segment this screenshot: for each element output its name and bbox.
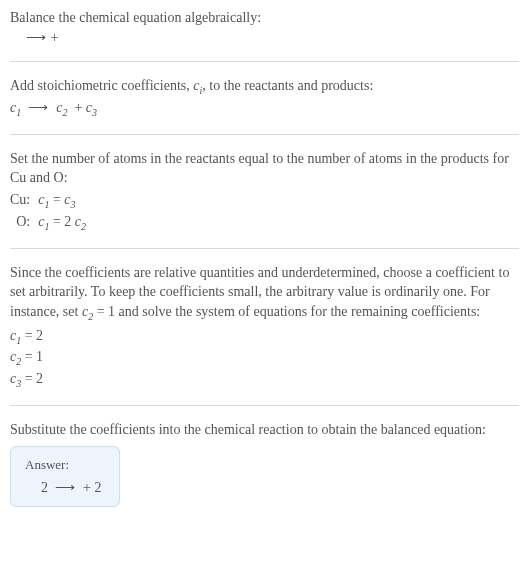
atom-row-cu: Cu: c1 = c3 (10, 190, 86, 212)
divider (10, 61, 519, 62)
section-set-atoms: Set the number of atoms in the reactants… (10, 149, 519, 234)
section-add-coefficients: Add stoichiometric coefficients, ci, to … (10, 76, 519, 120)
atom-equations-table: Cu: c1 = c3 O: c1 = 2 c2 (10, 190, 86, 234)
answer-label: Answer: (25, 457, 101, 473)
answer-equation: 2 ⟶ + 2 (25, 479, 101, 496)
arrow-symbol: ⟶ (28, 100, 49, 115)
section-solve: Since the coefficients are relative quan… (10, 263, 519, 391)
plus-symbol: + (51, 30, 59, 45)
solve-text: Since the coefficients are relative quan… (10, 263, 519, 324)
atom-label: O: (10, 212, 38, 234)
coefficient-item: c1 = 2 (10, 326, 519, 348)
atom-equation: c1 = c3 (38, 190, 86, 212)
divider (10, 134, 519, 135)
substitute-text: Substitute the coefficients into the che… (10, 420, 519, 440)
arrow-symbol: ⟶ (26, 30, 47, 45)
atom-row-o: O: c1 = 2 c2 (10, 212, 86, 234)
coefficient-item: c3 = 2 (10, 369, 519, 391)
divider (10, 405, 519, 406)
coefficient-item: c2 = 1 (10, 347, 519, 369)
section-substitute: Substitute the coefficients into the che… (10, 420, 519, 507)
answer-box: Answer: 2 ⟶ + 2 (10, 446, 120, 507)
intro-equation: ⟶ + (10, 28, 519, 48)
set-atoms-text: Set the number of atoms in the reactants… (10, 149, 519, 188)
add-coeff-text: Add stoichiometric coefficients, ci, to … (10, 76, 519, 98)
atom-label: Cu: (10, 190, 38, 212)
coefficient-list: c1 = 2 c2 = 1 c3 = 2 (10, 326, 519, 391)
section-balance-intro: Balance the chemical equation algebraica… (10, 8, 519, 47)
coeff-equation: c1 ⟶ c2 + c3 (10, 98, 519, 120)
intro-line-1: Balance the chemical equation algebraica… (10, 8, 519, 28)
atom-equation: c1 = 2 c2 (38, 212, 86, 234)
divider (10, 248, 519, 249)
arrow-symbol: ⟶ (55, 480, 76, 495)
